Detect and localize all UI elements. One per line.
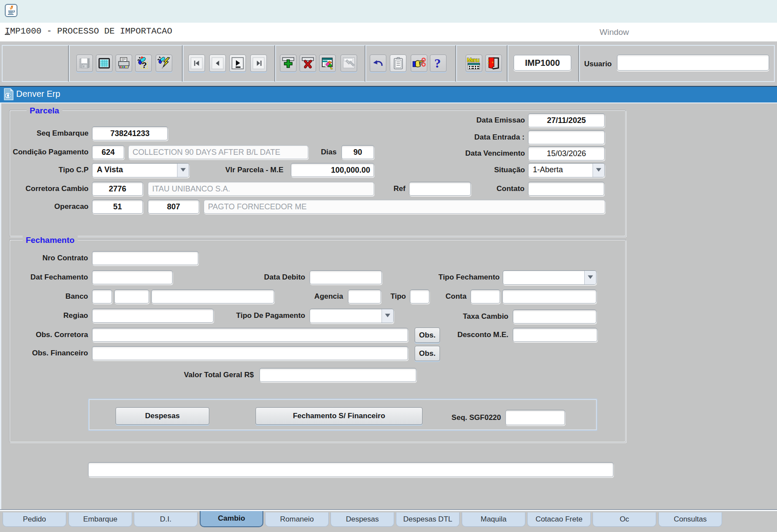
svg-text:Menu: Menu	[467, 57, 480, 63]
svg-text:?: ?	[434, 56, 441, 70]
svg-text:?: ?	[142, 61, 147, 70]
